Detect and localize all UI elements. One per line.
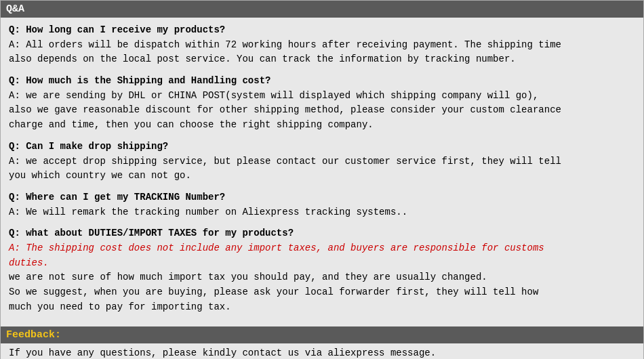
qa-block-5: Q: what about DUTIES/IMPORT TAXES for my… <box>9 226 635 314</box>
question-2: Q: How much is the Shipping and Handling… <box>9 74 635 89</box>
answer-5: we are not sure of how much import tax y… <box>9 270 635 314</box>
question-3: Q: Can I make drop shipping? <box>9 140 635 154</box>
answer-red-text: A: The shipping cost does not include an… <box>9 242 544 268</box>
question-5: Q: what about DUTIES/IMPORT TAXES for my… <box>9 226 635 241</box>
feedback-content: If you have any questions, please kindly… <box>1 343 643 359</box>
qa-block-4: Q: Where can I get my TRACKING Number? A… <box>9 190 635 219</box>
qa-content: Q: How long can I receive my products? A… <box>1 18 643 326</box>
qa-header: Q&A <box>1 1 643 18</box>
feedback-text: If you have any questions, please kindly… <box>9 347 436 358</box>
answer-2: A: we are sending by DHL or CHINA POST(s… <box>9 89 635 133</box>
qa-block-3: Q: Can I make drop shipping? A: we accep… <box>9 140 635 184</box>
question-1: Q: How long can I receive my products? <box>9 23 635 38</box>
feedback-header: Feedback: <box>1 326 643 343</box>
qa-block-1: Q: How long can I receive my products? A… <box>9 23 635 67</box>
answer-1: A: All orders will be dispatch within 72… <box>9 38 635 67</box>
answer-5-red: A: The shipping cost does not include an… <box>9 241 635 270</box>
qa-title: Q&A <box>6 3 24 15</box>
main-container: Q&A Q: How long can I receive my product… <box>0 0 644 359</box>
answer-3: A: we accept drop shipping service, but … <box>9 154 635 184</box>
qa-block-2: Q: How much is the Shipping and Handling… <box>9 74 635 133</box>
feedback-title: Feedback: <box>6 329 61 341</box>
answer-4: A: We will remark the tracking number on… <box>9 205 635 220</box>
question-4: Q: Where can I get my TRACKING Number? <box>9 190 635 205</box>
